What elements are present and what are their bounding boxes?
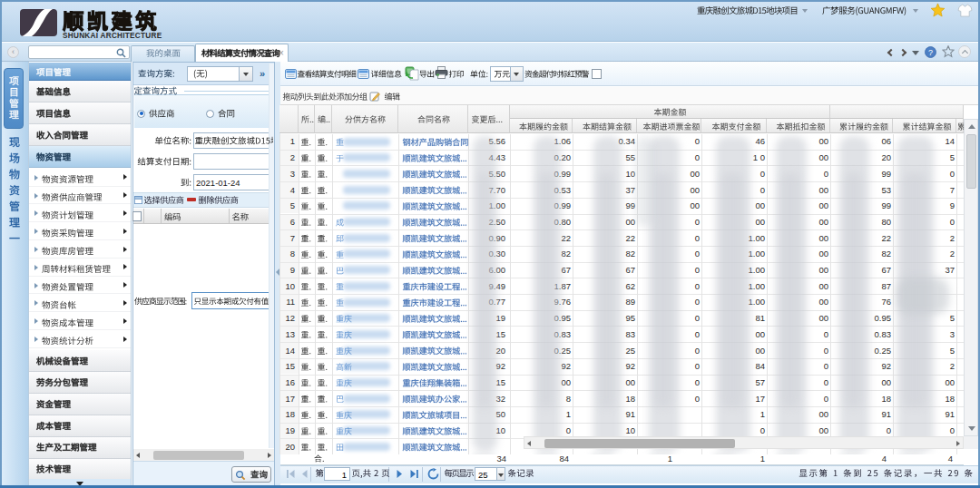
svg-text:?: ? bbox=[928, 48, 933, 57]
